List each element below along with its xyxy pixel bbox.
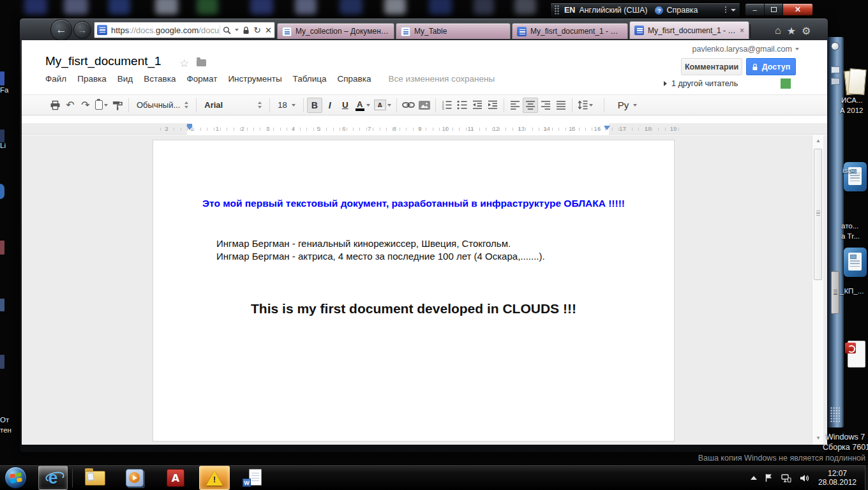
desktop-icon-label[interactable]: _КП_... (840, 287, 864, 295)
comments-button[interactable]: Комментарии (681, 58, 742, 75)
tray-expand-icon[interactable] (751, 476, 757, 480)
menu-help[interactable]: Справка (338, 74, 371, 84)
start-button[interactable] (4, 466, 27, 489)
redo-button[interactable]: ↷ (78, 98, 93, 113)
share-button[interactable]: Доступ (746, 58, 796, 75)
desktop-icon-fragment[interactable] (0, 184, 4, 199)
web-clipboard-button[interactable] (93, 98, 110, 113)
volume-icon[interactable] (800, 474, 809, 482)
desktop-icon-fragment[interactable] (0, 355, 4, 369)
decrease-indent-button[interactable] (470, 98, 485, 113)
tab-my-collection[interactable]: My_collection – Документы... (277, 23, 394, 39)
desktop-icon-fragment[interactable] (0, 71, 4, 85)
show-desktop-button[interactable] (865, 465, 868, 490)
network-icon[interactable] (781, 474, 791, 482)
search-icon[interactable] (223, 26, 231, 34)
ruler[interactable]: 2112345678910111213141516171819 (22, 123, 827, 135)
taskbar-alert-button[interactable]: ! (199, 466, 230, 490)
scroll-up-icon[interactable]: ▲ (812, 138, 824, 144)
taskbar-ie-button[interactable]: e (38, 466, 68, 490)
align-left-button[interactable] (507, 98, 523, 113)
bold-button[interactable]: B (307, 98, 322, 113)
desktop-icon-fragment[interactable] (0, 299, 4, 311)
doc-line-1[interactable]: Ингмар Бергман - гениальный кинорежиссер… (216, 238, 511, 249)
left-indent-marker[interactable] (186, 126, 193, 130)
insert-image-button[interactable] (417, 98, 432, 113)
desktop-icon-fragment[interactable] (0, 241, 4, 255)
scrollbar-thumb[interactable] (814, 149, 822, 280)
desktop-file-icon[interactable] (844, 68, 865, 96)
numbered-list-button[interactable]: 123 (439, 98, 454, 113)
menu-format[interactable]: Формат (186, 74, 217, 84)
chevron-down-icon[interactable] (731, 9, 736, 11)
menu-tools[interactable]: Инструменты (228, 74, 281, 84)
undo-button[interactable]: ↶ (63, 98, 78, 113)
scroll-down-icon[interactable]: ▼ (812, 435, 824, 441)
taskbar-explorer-button[interactable] (80, 466, 110, 490)
language-help-label[interactable]: Справка (666, 6, 698, 15)
increase-indent-button[interactable] (485, 98, 500, 113)
url-text[interactable]: https://docs.google.com/document/d/10 (111, 26, 220, 35)
bulleted-list-button[interactable] (454, 98, 470, 113)
refresh-icon[interactable]: ↻ (253, 25, 261, 35)
menu-file[interactable]: Файл (45, 74, 66, 84)
font-size-select[interactable]: 18 (273, 98, 299, 113)
styles-select[interactable]: Обычный... (132, 98, 193, 113)
taskbar-media-player-button[interactable] (120, 466, 149, 490)
language-name[interactable]: Английский (США) (579, 6, 647, 15)
desktop-icon-label[interactable]: а Tr... (841, 232, 860, 240)
minimize-button[interactable]: – (745, 3, 765, 16)
input-tools-button[interactable]: Ру (613, 98, 642, 113)
desktop-icon-label[interactable]: iso-... (842, 167, 860, 174)
close-button[interactable]: ✕ (783, 3, 813, 16)
doc-english-heading[interactable]: This is my first document developed in C… (153, 301, 674, 316)
taskbar-word-document-button[interactable]: W (237, 466, 267, 490)
desktop-pdf-icon[interactable] (845, 341, 865, 368)
star-document-icon[interactable]: ☆ (179, 57, 189, 70)
search-dropdown-icon[interactable] (235, 29, 239, 31)
tab-my-table[interactable]: My_Table (396, 23, 511, 39)
italic-button[interactable]: I (322, 98, 338, 113)
align-right-button[interactable] (538, 98, 553, 113)
desktop-icon-label[interactable]: Fa (0, 86, 8, 94)
underline-button[interactable]: U (338, 98, 353, 113)
home-icon[interactable]: ⌂ (775, 25, 781, 37)
highlight-color-button[interactable]: A (372, 98, 393, 113)
desktop-icon-label[interactable]: Li (0, 142, 6, 149)
desktop-icon-label[interactable]: От (0, 416, 9, 424)
document-scrollbar[interactable]: ▲ ▼ (812, 135, 823, 445)
justify-button[interactable] (553, 98, 569, 113)
favorites-star-icon[interactable]: ★ (787, 25, 796, 37)
taskbar-clock[interactable]: 12:07 28.08.2012 (812, 469, 863, 487)
tab-my-first-document-active[interactable]: My_fisrt_document_1 - Д... × (629, 21, 749, 39)
print-button[interactable] (47, 98, 63, 113)
help-question-icon[interactable]: ? (655, 6, 663, 15)
account-menu[interactable]: pavlenko.larysa@gmail.com (692, 45, 799, 54)
menu-table[interactable]: Таблица (293, 74, 327, 84)
settings-gear-icon[interactable]: ⚙ (802, 25, 811, 37)
menu-view[interactable]: Вид (117, 74, 133, 84)
doc-blue-heading[interactable]: Это мой первый текстовый документ, разра… (153, 198, 674, 209)
tab-my-first-document-bg[interactable]: My_fisrt_document_1 - Док... (512, 23, 628, 39)
document-page[interactable]: Это мой первый текстовый документ, разра… (153, 140, 675, 442)
insert-link-button[interactable] (400, 98, 417, 113)
align-center-button[interactable] (523, 98, 538, 113)
folder-move-icon[interactable] (197, 59, 206, 66)
options-dots-icon[interactable] (725, 6, 728, 14)
desktop-icon-fragment[interactable] (0, 130, 4, 142)
tab-close-icon[interactable]: × (740, 26, 744, 35)
forward-button[interactable]: → (73, 21, 91, 39)
desktop-icon-label[interactable]: А 2012 (840, 107, 863, 114)
desktop-icon-label[interactable]: ато... (841, 222, 858, 230)
document-title[interactable]: My_fisrt_document_1 (45, 54, 161, 68)
doc-line-2[interactable]: Ингмар Бергман - актриса, 4 место за пос… (216, 251, 545, 262)
maximize-button[interactable] (765, 3, 783, 16)
text-color-button[interactable]: A (353, 98, 372, 113)
desktop-icon-label[interactable]: ИСА... (841, 96, 863, 104)
menu-insert[interactable]: Вставка (144, 74, 176, 84)
right-indent-marker[interactable] (604, 126, 610, 130)
stop-icon[interactable]: ✕ (265, 26, 272, 35)
language-bar[interactable]: EN Английский (США) ? Справка (550, 3, 740, 18)
desktop-document-icon[interactable] (844, 248, 867, 277)
line-spacing-button[interactable] (576, 98, 595, 113)
